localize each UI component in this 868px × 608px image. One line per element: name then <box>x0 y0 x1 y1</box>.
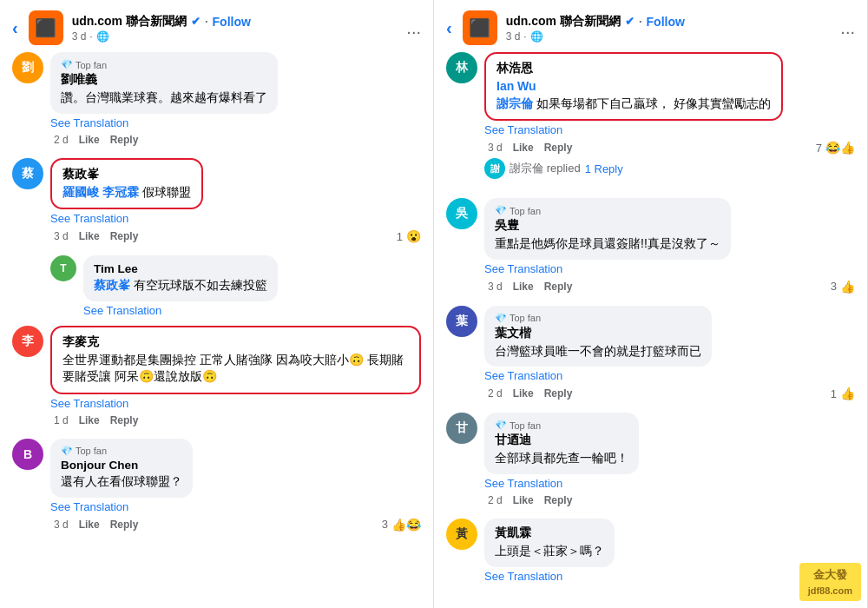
top-fan-badge-wu: 💎 Top fan <box>495 205 720 216</box>
left-page-name: udn.com 聯合新聞網 <box>72 14 187 30</box>
avatar-li: 李 <box>12 326 43 357</box>
reply-btn-bonjour[interactable]: Reply <box>110 519 139 531</box>
comment-actions-lin: 3 d Like Reply 7 😂👍 <box>484 141 855 155</box>
avatar-wu: 吳 <box>446 198 477 229</box>
reply-btn-cai[interactable]: Reply <box>110 230 139 242</box>
comment-wu-body: 💎 Top fan 吳豊 重點是他媽你是球員還簽賭!!真是沒救了～ See Tr… <box>484 198 855 294</box>
reaction-count-cai: 1 😮 <box>397 229 421 243</box>
see-translation-ye[interactable]: See Translation <box>484 369 855 382</box>
comment-ye: 葉 💎 Top fan 葉文楷 台灣籃球員唯一不會的就是打籃球而已 See Tr… <box>446 306 855 401</box>
reply-btn-wu[interactable]: Reply <box>544 281 573 293</box>
left-globe-icon: 🌐 <box>96 30 109 43</box>
right-globe-icon: 🌐 <box>530 30 543 43</box>
left-header: ‹ ⬛ udn.com 聯合新聞網 ✔ · Follow 3 d · 🌐 ... <box>0 0 433 52</box>
see-translation-li[interactable]: See Translation <box>50 397 421 410</box>
right-page-name: udn.com 聯合新聞網 <box>506 14 621 30</box>
sub-commenter-name-tim: Tim Lee <box>94 262 267 275</box>
mention-cai-in-reply: 蔡政峯 <box>94 278 130 292</box>
comment-actions-bonjour: 3 d Like Reply 3 👍😂 <box>50 518 421 532</box>
reply-btn-gan[interactable]: Reply <box>544 494 573 506</box>
time-liu: 2 d <box>54 134 69 146</box>
mention-xie: 謝宗倫 <box>496 96 533 110</box>
sub-comment-text-tim: 蔡政峯 有空玩球版不如去練投籃 <box>94 277 267 294</box>
left-more-button[interactable]: ... <box>406 18 421 38</box>
comment-text-ye: 台灣籃球員唯一不會的就是打籃球而已 <box>495 343 701 360</box>
comment-liu-body: 💎 Top fan 劉唯義 讚。台灣職業球賽。越來越有爆料看了 See Tran… <box>50 52 421 146</box>
comment-li-body: 李麥克 全世界運動都是集團操控 正常人賭強隊 因為咬大賠小🙃 長期賭要賭受讓 阿… <box>50 326 421 426</box>
right-back-button[interactable]: ‹ <box>446 18 452 38</box>
time-lin: 3 d <box>488 142 503 154</box>
comment-bonjour-body: 💎 Top fan Bonjour Chen 還有人在看假球聯盟？ See Tr… <box>50 439 421 532</box>
like-btn-li[interactable]: Like <box>79 414 100 426</box>
reply-btn-liu[interactable]: Reply <box>110 134 139 146</box>
reply-btn-lin[interactable]: Reply <box>544 142 573 154</box>
left-follow-button[interactable]: Follow <box>213 15 251 29</box>
comment-text-bonjour: 還有人在看假球聯盟？ <box>61 473 182 491</box>
comment-cai: 蔡 蔡政峯 羅國峻 李冠霖 假球聯盟 See Translation <box>12 158 421 244</box>
see-translation-wu[interactable]: See Translation <box>484 262 855 275</box>
see-translation-bonjour[interactable]: See Translation <box>50 500 421 513</box>
right-post-time: 3 d <box>506 30 521 43</box>
like-btn-cai[interactable]: Like <box>79 230 100 242</box>
mention-ian: Ian Wu <box>496 79 536 93</box>
avatar-bonjour: B <box>12 439 43 470</box>
commenter-name-bonjour: Bonjour Chen <box>61 459 182 472</box>
commenter-name-gan: 甘迺迪 <box>495 433 628 448</box>
comment-liu: 劉 💎 Top fan 劉唯義 讚。台灣職業球賽。越來越有爆料看了 See Tr… <box>12 52 421 146</box>
see-translation-gan[interactable]: See Translation <box>484 477 855 490</box>
comment-actions-gan: 2 d Like Reply <box>484 494 855 506</box>
commenter-name-ye: 葉文楷 <box>495 326 701 341</box>
reaction-count-bonjour: 3 👍😂 <box>382 518 421 532</box>
top-fan-badge-gan: 💎 Top fan <box>495 420 628 431</box>
comment-wu: 吳 💎 Top fan 吳豊 重點是他媽你是球員還簽賭!!真是沒救了～ See … <box>446 198 855 294</box>
like-btn-gan[interactable]: Like <box>513 494 534 506</box>
comment-wu-bubble: 💎 Top fan 吳豊 重點是他媽你是球員還簽賭!!真是沒救了～ <box>484 198 731 260</box>
like-btn-lin[interactable]: Like <box>513 142 534 154</box>
top-fan-badge-bonjour: 💎 Top fan <box>61 446 182 457</box>
like-btn-ye[interactable]: Like <box>513 387 534 400</box>
time-li: 1 d <box>54 414 69 426</box>
comment-gan-bubble: 💎 Top fan 甘迺迪 全部球員都先查一輪吧！ <box>484 413 639 474</box>
comment-liu-bubble: 💎 Top fan 劉唯義 讚。台灣職業球賽。越來越有爆料看了 <box>50 52 278 114</box>
time-cai: 3 d <box>54 230 69 242</box>
see-translation-liu[interactable]: See Translation <box>50 116 421 129</box>
comment-huang: 黃 黃凱霖 上頭是＜莊家＞嗎？ See Translation <box>446 519 855 583</box>
comment-actions-cai: 3 d Like Reply 1 😮 <box>50 229 421 243</box>
right-panel: ‹ ⬛ udn.com 聯合新聞網 ✔ · Follow 3 d · 🌐 ... <box>434 0 868 608</box>
left-panel: ‹ ⬛ udn.com 聯合新聞網 ✔ · Follow 3 d · 🌐 ... <box>0 0 434 608</box>
right-follow-button[interactable]: Follow <box>647 15 685 29</box>
comment-cai-bubble: 蔡政峯 羅國峻 李冠霖 假球聯盟 <box>50 158 203 210</box>
left-back-button[interactable]: ‹ <box>12 18 18 38</box>
see-translation-lin[interactable]: See Translation <box>484 123 855 136</box>
comment-lin: 林 林浩恩 Ian Wu 謝宗倫 如果每場都下自己贏球， 好像其實蠻勵志的 Se… <box>446 52 855 186</box>
right-comments-section: 林 林浩恩 Ian Wu 謝宗倫 如果每場都下自己贏球， 好像其實蠻勵志的 Se… <box>434 52 867 583</box>
like-btn-bonjour[interactable]: Like <box>79 519 100 531</box>
reply-btn-ye[interactable]: Reply <box>544 387 573 400</box>
avatar-lin: 林 <box>446 52 477 83</box>
like-btn-wu[interactable]: Like <box>513 281 534 293</box>
see-translation-tim[interactable]: See Translation <box>83 304 421 317</box>
verified-icon: ✔ <box>191 15 201 28</box>
comment-huang-body: 黃凱霖 上頭是＜莊家＞嗎？ See Translation <box>484 519 855 583</box>
like-btn-liu[interactable]: Like <box>79 134 100 146</box>
right-page-avatar: ⬛ <box>463 10 497 45</box>
see-translation-cai[interactable]: See Translation <box>50 212 421 225</box>
comment-text-lin: Ian Wu 謝宗倫 如果每場都下自己贏球， 好像其實蠻勵志的 <box>496 78 771 112</box>
right-page-info: udn.com 聯合新聞網 ✔ · Follow 3 d · 🌐 <box>506 14 832 43</box>
comment-text-li: 全世界運動都是集團操控 正常人賭強隊 因為咬大賠小🙃 長期賭要賭受讓 阿呆🙃還說… <box>62 352 409 386</box>
right-verified-icon: ✔ <box>625 15 635 28</box>
comment-li-bubble: 李麥克 全世界運動都是集團操控 正常人賭強隊 因為咬大賠小🙃 長期賭要賭受讓 阿… <box>50 326 421 394</box>
left-page-info: udn.com 聯合新聞網 ✔ · Follow 3 d · 🌐 <box>72 14 398 43</box>
commenter-name-li: 李麥克 <box>62 334 409 350</box>
time-bonjour: 3 d <box>54 519 69 531</box>
reaction-count-wu: 3 👍 <box>831 280 855 294</box>
top-fan-badge-ye: 💎 Top fan <box>495 313 701 324</box>
sub-comment-tim-body: Tim Lee 蔡政峯 有空玩球版不如去練投籃 See Translation <box>83 255 421 317</box>
right-more-button[interactable]: ... <box>840 18 855 38</box>
reply-btn-li[interactable]: Reply <box>110 414 139 426</box>
see-translation-huang[interactable]: See Translation <box>484 570 855 583</box>
comment-lin-bubble: 林浩恩 Ian Wu 謝宗倫 如果每場都下自己贏球， 好像其實蠻勵志的 <box>484 52 783 121</box>
commenter-name-lin: 林浩恩 <box>496 61 771 76</box>
replied-link[interactable]: 1 Reply <box>585 162 623 175</box>
right-header: ‹ ⬛ udn.com 聯合新聞網 ✔ · Follow 3 d · 🌐 ... <box>434 0 867 52</box>
